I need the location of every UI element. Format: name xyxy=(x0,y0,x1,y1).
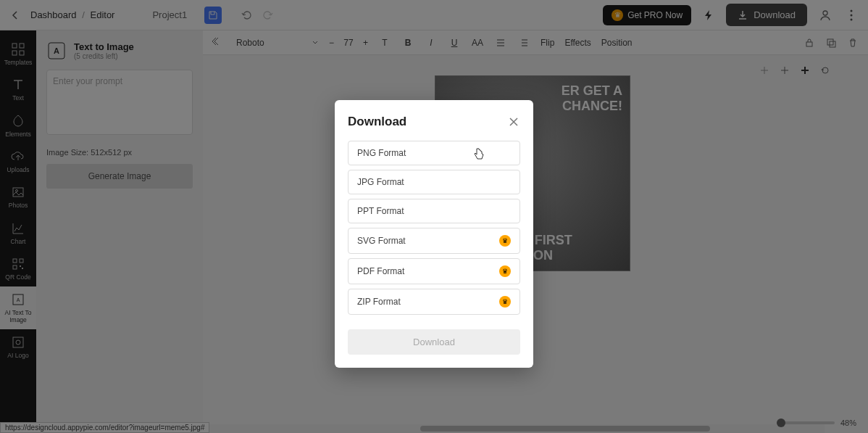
crown-icon: ♛ xyxy=(499,235,511,247)
format-option-jpg[interactable]: JPG Format xyxy=(348,170,520,194)
format-option-png[interactable]: PNG Format xyxy=(348,141,520,165)
format-option-label: SVG Format xyxy=(357,236,406,246)
format-option-pdf[interactable]: PDF Format ♛ xyxy=(348,258,520,284)
crown-icon: ♛ xyxy=(499,296,511,308)
crown-icon: ♛ xyxy=(499,265,511,277)
format-option-svg[interactable]: SVG Format ♛ xyxy=(348,228,520,254)
format-option-label: ZIP Format xyxy=(357,297,401,307)
format-option-label: PNG Format xyxy=(357,148,406,158)
download-modal: Download PNG Format JPG Format PPT Forma… xyxy=(335,100,533,368)
format-option-label: PPT Format xyxy=(357,206,404,216)
close-icon[interactable] xyxy=(507,115,520,128)
format-option-ppt[interactable]: PPT Format xyxy=(348,199,520,223)
format-option-zip[interactable]: ZIP Format ♛ xyxy=(348,289,520,315)
modal-download-button[interactable]: Download xyxy=(348,329,520,355)
format-option-label: PDF Format xyxy=(357,266,404,276)
modal-title: Download xyxy=(348,115,406,129)
format-option-label: JPG Format xyxy=(357,177,404,187)
